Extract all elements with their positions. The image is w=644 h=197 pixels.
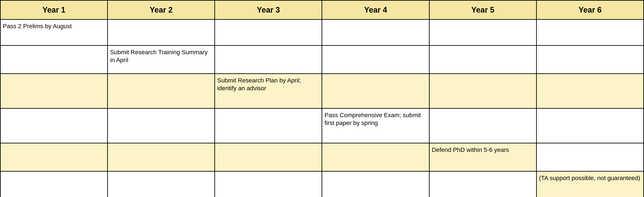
cell-r4-c1 — [0, 108, 108, 143]
cell-r2-c3 — [215, 46, 322, 74]
cell-r3-c2 — [108, 74, 215, 108]
cell-r1-c2 — [108, 20, 215, 46]
cell-r3-c3: Submit Research Plan by April; identify … — [215, 74, 322, 108]
cell-r3-c5 — [429, 74, 536, 108]
milestone-table: Year 1 Year 2 Year 3 Year 4 Year 5 Year … — [0, 0, 644, 197]
cell-r6-c3 — [215, 172, 322, 197]
cell-r6-c1 — [0, 172, 108, 197]
cell-r6-c2 — [108, 172, 215, 197]
cell-r4-c5 — [429, 108, 536, 143]
header-row: Year 1 Year 2 Year 3 Year 4 Year 5 Year … — [0, 0, 644, 20]
cell-r1-c3 — [215, 20, 322, 46]
table-row: Submit Research Plan by April; identify … — [0, 74, 644, 108]
table-row: Defend PhD within 5-6 years — [0, 143, 644, 172]
cell-r5-c1 — [0, 143, 108, 172]
cell-r5-c2 — [108, 143, 215, 172]
cell-r5-c5: Defend PhD within 5-6 years — [429, 143, 536, 172]
cell-r2-c2: Submit Research Training Summary in Apri… — [108, 46, 215, 74]
cell-r4-c4: Pass Comprehensive Exam; submit first pa… — [322, 108, 429, 143]
cell-r6-c5 — [429, 172, 536, 197]
header-year3: Year 3 — [215, 0, 322, 20]
table-row: Submit Research Training Summary in Apri… — [0, 46, 644, 74]
cell-r1-c1: Pass 2 Prelims by August — [0, 20, 108, 46]
cell-r5-c6 — [536, 143, 644, 172]
cell-r4-c6 — [536, 108, 644, 143]
cell-r1-c5 — [429, 20, 536, 46]
cell-r4-c2 — [108, 108, 215, 143]
cell-r2-c5 — [429, 46, 536, 74]
header-year1: Year 1 — [0, 0, 108, 20]
header-year2: Year 2 — [108, 0, 215, 20]
cell-r2-c6 — [536, 46, 644, 74]
header-year4: Year 4 — [322, 0, 429, 20]
cell-r1-c4 — [322, 20, 429, 46]
header-year6: Year 6 — [536, 0, 644, 20]
cell-r2-c4 — [322, 46, 429, 74]
cell-r3-c6 — [536, 74, 644, 108]
table-row: Pass 2 Prelims by August — [0, 20, 644, 46]
cell-r5-c3 — [215, 143, 322, 172]
cell-r5-c4 — [322, 143, 429, 172]
cell-r4-c3 — [215, 108, 322, 143]
cell-r1-c6 — [536, 20, 644, 46]
table-row: Pass Comprehensive Exam; submit first pa… — [0, 108, 644, 143]
cell-r6-c6: (TA support possible, not guaranteed) — [536, 172, 644, 197]
table-row: (TA support possible, not guaranteed) — [0, 172, 644, 197]
cell-r2-c1 — [0, 46, 108, 74]
cell-r6-c4 — [322, 172, 429, 197]
cell-r3-c4 — [322, 74, 429, 108]
cell-r3-c1 — [0, 74, 108, 108]
header-year5: Year 5 — [429, 0, 536, 20]
